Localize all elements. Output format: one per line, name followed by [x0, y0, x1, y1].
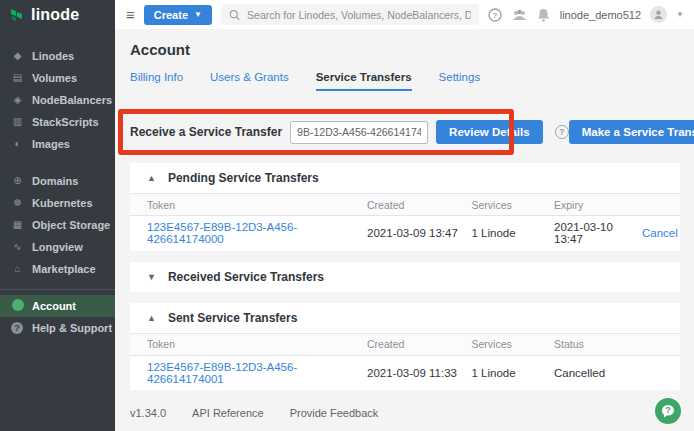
receive-transfer-group: Receive a Service Transfer Review Detail… [130, 120, 569, 144]
logo-text: linode [31, 6, 79, 24]
sidebar-item-label: StackScripts [32, 116, 99, 128]
sidebar-item-nodebalancers[interactable]: ◈ NodeBalancers [0, 89, 115, 111]
sidebar-item-label: Volumes [32, 72, 77, 84]
column-header-status: Status [548, 333, 636, 355]
page-footer: v1.34.0 API Reference Provide Feedback [130, 407, 680, 419]
column-header-token: Token [130, 333, 361, 355]
search-input[interactable] [247, 9, 471, 21]
created-cell: 2021-03-09 11:33 [361, 355, 466, 390]
chevron-down-icon[interactable]: ▼ [676, 10, 684, 19]
sidebar-item-longview[interactable]: ∿ Longview [0, 236, 115, 258]
sidebar-item-label: Object Storage [32, 219, 110, 231]
help-icon: ? [11, 322, 24, 334]
table-row: 123E4567-E89B-12D3-A456-426614174000 202… [130, 216, 680, 251]
help-icon[interactable]: ? [488, 7, 503, 22]
marketplace-icon: ⌂ [11, 264, 24, 274]
table-header-row: Token Created Services Expiry [130, 194, 680, 216]
app-version: v1.34.0 [130, 407, 166, 419]
linodes-icon: ◆ [11, 51, 24, 61]
sidebar-item-images[interactable]: ◐ Images [0, 133, 115, 155]
help-tooltip-icon[interactable]: ? [555, 125, 569, 139]
account-icon [11, 299, 24, 313]
search-icon [229, 9, 240, 21]
sidebar-item-label: Linodes [32, 50, 74, 62]
received-transfers-header[interactable]: ▼ Received Service Transfers [130, 262, 680, 292]
tab-service-transfers[interactable]: Service Transfers [316, 71, 412, 91]
sidebar-item-label: Help & Support [32, 322, 112, 334]
nodebalancers-icon: ◈ [11, 95, 24, 105]
support-chat-button[interactable]: ? [655, 398, 681, 424]
services-cell: 1 Linode [466, 216, 549, 251]
linode-logo-icon [9, 7, 25, 23]
linode-cloud-manager: linode ◆ Linodes ▤ Volumes ◈ NodeBalance… [0, 0, 694, 431]
community-icon[interactable] [512, 7, 527, 22]
sidebar-item-volumes[interactable]: ▤ Volumes [0, 67, 115, 89]
pending-transfers-table: Token Created Services Expiry 123E4567-E… [130, 193, 680, 251]
sidebar-item-domains[interactable]: ⊕ Domains [0, 170, 115, 192]
svg-text:?: ? [665, 405, 670, 415]
longview-icon: ∿ [11, 242, 24, 252]
section-title: Sent Service Transfers [168, 311, 297, 325]
nav-group-compute: ◆ Linodes ▤ Volumes ◈ NodeBalancers ▥ St… [0, 45, 115, 155]
domains-icon: ⊕ [11, 176, 24, 186]
transfer-token-link[interactable]: 123E4567-E89B-12D3-A456-426614174001 [147, 361, 297, 385]
sent-transfers-table: Token Created Services Status 123E4567-E… [130, 333, 680, 391]
tab-billing-info[interactable]: Billing Info [130, 71, 183, 91]
section-title: Received Service Transfers [168, 270, 324, 284]
sidebar-item-label: Longview [32, 241, 83, 253]
received-transfers-card: ▼ Received Service Transfers [130, 262, 680, 292]
sidebar-nav: ◆ Linodes ▤ Volumes ◈ NodeBalancers ▥ St… [0, 45, 115, 339]
created-cell: 2021-03-09 13:47 [361, 216, 466, 251]
sidebar-item-stackscripts[interactable]: ▥ StackScripts [0, 111, 115, 133]
transfer-token-input[interactable] [290, 121, 428, 144]
svg-text:?: ? [493, 10, 498, 19]
sidebar-item-kubernetes[interactable]: ☸ Kubernetes [0, 192, 115, 214]
avatar[interactable] [650, 6, 667, 23]
table-row: 123E4567-E89B-12D3-A456-426614174001 202… [130, 355, 680, 390]
column-header-created: Created [361, 194, 466, 216]
sidebar-item-label: Account [32, 300, 76, 312]
menu-icon[interactable]: ≡ [126, 7, 135, 22]
notifications-icon[interactable] [536, 7, 551, 22]
sidebar-item-marketplace[interactable]: ⌂ Marketplace [0, 258, 115, 280]
username[interactable]: linode_demo512 [560, 9, 641, 21]
chevron-up-icon: ▲ [147, 313, 156, 323]
create-button-label: Create [154, 9, 188, 21]
sidebar-item-label: NodeBalancers [32, 94, 112, 106]
cancel-link[interactable]: Cancel [642, 227, 678, 239]
page-title: Account [130, 41, 680, 58]
stackscripts-icon: ▥ [11, 117, 24, 127]
object-storage-icon: ▦ [11, 220, 24, 230]
pending-transfers-card: ▲ Pending Service Transfers Token Create… [130, 163, 680, 251]
sidebar-item-help-support[interactable]: ? Help & Support [0, 317, 115, 339]
column-header-created: Created [361, 333, 466, 355]
receive-transfer-label: Receive a Service Transfer [130, 125, 282, 139]
chat-help-icon: ? [660, 403, 676, 419]
column-header-token: Token [130, 194, 361, 216]
review-details-button[interactable]: Review Details [436, 120, 543, 144]
sidebar-item-linodes[interactable]: ◆ Linodes [0, 45, 115, 67]
sent-transfers-header[interactable]: ▲ Sent Service Transfers [130, 303, 680, 333]
sidebar-item-account[interactable]: Account [0, 295, 115, 317]
column-header-actions [636, 333, 680, 355]
sidebar-item-object-storage[interactable]: ▦ Object Storage [0, 214, 115, 236]
chevron-down-icon: ▼ [147, 272, 156, 282]
sidebar: linode ◆ Linodes ▤ Volumes ◈ NodeBalance… [0, 0, 115, 431]
chevron-up-icon: ▲ [147, 173, 156, 183]
sidebar-item-label: Kubernetes [32, 197, 93, 209]
volumes-icon: ▤ [11, 73, 24, 83]
tab-settings[interactable]: Settings [439, 71, 481, 91]
linode-logo[interactable]: linode [0, 0, 115, 30]
pending-transfers-header[interactable]: ▲ Pending Service Transfers [130, 163, 680, 193]
transfer-token-link[interactable]: 123E4567-E89B-12D3-A456-426614174000 [147, 221, 297, 245]
sidebar-item-label: Marketplace [32, 263, 96, 275]
provide-feedback-link[interactable]: Provide Feedback [290, 407, 379, 419]
api-reference-link[interactable]: API Reference [192, 407, 264, 419]
global-search[interactable] [221, 4, 479, 25]
kubernetes-icon: ☸ [11, 198, 24, 208]
tab-users-grants[interactable]: Users & Grants [210, 71, 289, 91]
create-button[interactable]: Create ▼ [144, 5, 212, 25]
expiry-cell: 2021-03-10 13:47 [548, 216, 636, 251]
make-service-transfer-button[interactable]: Make a Service Transfer [569, 120, 694, 144]
sent-transfers-card: ▲ Sent Service Transfers Token Created S… [130, 303, 680, 391]
